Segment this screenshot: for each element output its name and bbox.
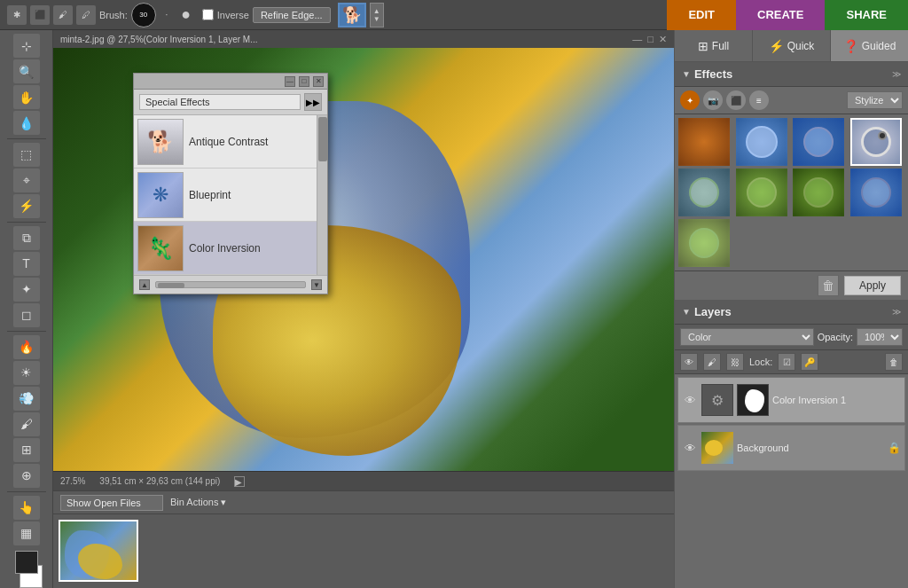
layers-section-header[interactable]: ▼ Layers ≫	[675, 300, 908, 325]
eyedropper-tool[interactable]: 💧	[13, 111, 40, 135]
brush-size[interactable]: 30	[131, 3, 156, 27]
share-tab[interactable]: SHARE	[825, 0, 908, 30]
edit-tab[interactable]: EDIT	[667, 0, 736, 30]
refine-edge-button[interactable]: Refine Edge...	[253, 7, 331, 23]
statusbar-progress-btn[interactable]: ▶	[234, 476, 245, 487]
brush-icon-large[interactable]: ●	[177, 6, 195, 24]
dialog-expand-btn[interactable]: ▶▶	[304, 93, 322, 111]
type-tool[interactable]: T	[13, 252, 40, 276]
dialog-minimize-btn[interactable]: —	[285, 76, 295, 87]
canvas-dimensions: 39,51 cm × 29,63 cm (144 ppi)	[99, 476, 220, 486]
foreground-color[interactable]	[15, 551, 38, 574]
delete-effect-btn[interactable]: 🗑	[818, 275, 839, 296]
layer-2-name: Background	[737, 443, 884, 453]
effects-section-title: Effects	[694, 67, 892, 81]
opacity-select[interactable]: 100%	[857, 328, 903, 346]
effects-actions: 🗑 Apply	[675, 270, 908, 300]
effects-section-header[interactable]: ▼ Effects ≫	[675, 62, 908, 87]
dialog-scroll-up[interactable]: ▲	[139, 279, 150, 290]
brush-icon-small[interactable]: ·	[160, 8, 174, 22]
stylize-select[interactable]: Stylize	[847, 91, 903, 109]
dialog-scrollbar[interactable]	[317, 115, 327, 275]
dialog-toolbar: Special Effects ▶▶	[134, 90, 327, 115]
hand-tool[interactable]: ✋	[13, 85, 40, 109]
thumbnail-item-1[interactable]	[59, 520, 138, 582]
effect-thumb-4[interactable]	[850, 118, 902, 166]
effect-color-inversion[interactable]: 🦎 Color Inversion	[134, 222, 327, 275]
image-preview-icon: 🐕	[338, 3, 366, 27]
antique-contrast-label: Antique Contrast	[189, 136, 268, 148]
effect-thumb-8[interactable]	[850, 169, 902, 216]
inverse-label: Inverse	[217, 10, 249, 20]
layer-mode-select[interactable]: Color	[680, 328, 814, 346]
inverse-checkbox[interactable]	[202, 9, 214, 20]
effect-thumb-3[interactable]	[793, 118, 844, 166]
tool-icon-4[interactable]: 🖊	[76, 5, 96, 25]
layer-2-vis-btn[interactable]: 👁	[682, 440, 698, 456]
layer-1-vis-btn[interactable]: 👁	[682, 392, 698, 408]
dialog-close-btn[interactable]: ✕	[313, 76, 324, 87]
full-mode-btn[interactable]: ⊞ Full	[675, 30, 753, 61]
layer-key-lock[interactable]: 🔑	[801, 353, 818, 371]
dialog-scroll-down[interactable]: ▼	[311, 279, 322, 290]
layer-row-background[interactable]: 👁 Background 🔒	[677, 425, 905, 471]
effects-arrow-icon: ▼	[682, 69, 691, 79]
canvas-minimize-btn[interactable]: —	[632, 34, 642, 45]
effect-frame-icon[interactable]: ⬛	[726, 90, 746, 110]
lasso-tool[interactable]: ⌖	[13, 169, 40, 192]
effect-thumb-6[interactable]	[736, 169, 787, 216]
burn-tool[interactable]: 🔥	[13, 335, 40, 359]
move-tool[interactable]: ⊹	[13, 34, 40, 58]
layers-expand-icon[interactable]: ≫	[892, 307, 901, 317]
crop-tool[interactable]: ⧉	[13, 226, 40, 250]
dialog-h-thumb	[158, 283, 184, 288]
layer-visibility-icon[interactable]: 👁	[680, 353, 698, 371]
gradient-tool[interactable]: ▦	[13, 521, 40, 545]
tool-icon-1[interactable]: ✱	[7, 5, 27, 25]
clone-stamp-tool[interactable]: ⊞	[13, 438, 40, 462]
effects-category-select[interactable]: Special Effects	[139, 94, 301, 110]
effect-photo-icon[interactable]: 📷	[703, 90, 723, 110]
quick-mode-btn[interactable]: ⚡ Quick	[753, 30, 831, 61]
effect-star-icon[interactable]: ✦	[680, 90, 700, 110]
effect-texture-icon[interactable]: ≡	[749, 90, 769, 110]
smudge-tool[interactable]: 👆	[13, 496, 40, 520]
dialog-maximize-btn[interactable]: □	[299, 76, 309, 87]
effect-thumb-2[interactable]	[736, 118, 787, 166]
layer-brush-icon[interactable]: 🖌	[703, 353, 721, 371]
guided-mode-btn[interactable]: ❓ Guided	[831, 30, 908, 61]
effects-expand-icon[interactable]: ≫	[892, 69, 901, 79]
drop-arrow[interactable]: ▲▼	[370, 3, 384, 27]
effect-antique-contrast[interactable]: 🐕 Antique Contrast	[134, 115, 327, 169]
layer-chain-icon[interactable]: ⛓	[726, 353, 744, 371]
tool-icon-2[interactable]: ⬛	[30, 5, 50, 25]
tool-icon-3[interactable]: 🖌	[53, 5, 73, 25]
effect-thumb-7[interactable]	[793, 169, 844, 216]
custom-shape-tool[interactable]: ✦	[13, 278, 40, 302]
layers-controls: Color Opacity: 100%	[675, 325, 908, 350]
layer-row-color-inversion[interactable]: 👁 ⚙ Color Inversion 1	[677, 377, 905, 423]
show-files-select[interactable]: Show Open Files	[60, 495, 163, 511]
zoom-tool[interactable]: 🔍	[13, 59, 40, 83]
effect-thumb-5[interactable]	[678, 169, 730, 216]
nav-tabs: EDIT CREATE SHARE	[667, 0, 908, 30]
effect-thumb-1[interactable]	[678, 118, 730, 166]
layer-check-lock[interactable]: ☑	[778, 353, 795, 371]
effect-thumb-9[interactable]	[678, 219, 730, 267]
eraser-tool[interactable]: ◻	[13, 303, 40, 327]
apply-effect-btn[interactable]: Apply	[844, 276, 901, 295]
layer-delete-btn[interactable]: 🗑	[885, 353, 903, 371]
magic-wand-tool[interactable]: ⚡	[13, 194, 40, 218]
brush-tool[interactable]: 🖌	[13, 412, 40, 436]
antique-contrast-thumb: 🐕	[137, 119, 184, 165]
selection-tool[interactable]: ⬚	[13, 143, 40, 167]
canvas-close-btn[interactable]: ✕	[659, 34, 667, 45]
dodge-tool[interactable]: ☀	[13, 361, 40, 385]
spot-heal-tool[interactable]: ⊕	[13, 464, 40, 488]
blur-tool[interactable]: 💨	[13, 387, 40, 411]
bin-actions-btn[interactable]: Bin Actions ▾	[170, 497, 226, 508]
effect-blueprint[interactable]: ❋ Blueprint	[134, 169, 327, 222]
canvas-maximize-btn[interactable]: □	[647, 34, 654, 45]
create-tab[interactable]: CREATE	[736, 0, 825, 30]
dialog-h-scrollbar[interactable]	[155, 281, 306, 288]
